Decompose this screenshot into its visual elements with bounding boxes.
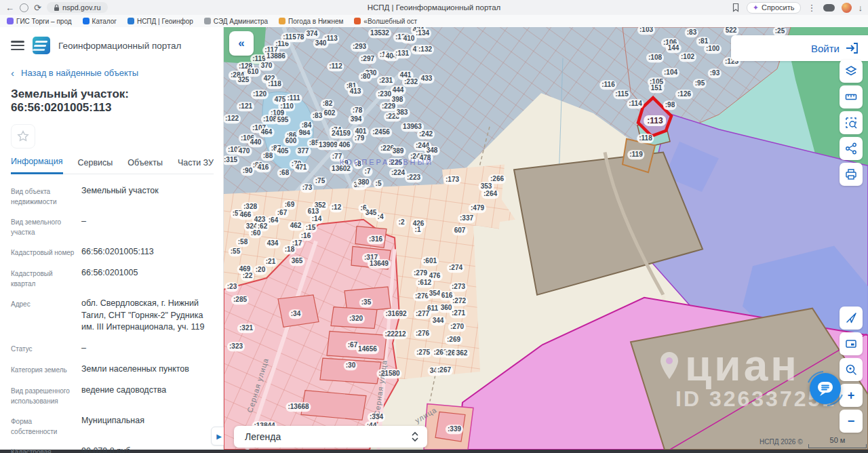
parcel-label[interactable]: :100 [704,44,722,54]
bookmark-icon[interactable] [732,3,740,12]
parcel-label[interactable]: 405 [275,146,291,156]
bookmark-item[interactable]: ГИС Торги – прод [7,18,72,25]
panel-tab[interactable]: Объекты [127,158,163,174]
parcel-label[interactable]: 394 [349,115,364,124]
parcel-label[interactable]: :173 [443,175,461,184]
parcel-label[interactable]: :84 [300,121,313,130]
map-canvas[interactable]: :116:117:11913886:128370610:284325422:11… [224,27,868,450]
parcel-label[interactable]: :103 [637,27,655,35]
parcel-label[interactable]: 433 [419,74,435,83]
panel-tab[interactable]: Части ЗУ [178,158,214,174]
parcel-label[interactable]: 374 [304,29,320,39]
bookmark-item[interactable]: «Волшебный ост [354,18,417,25]
measure-button[interactable] [840,85,863,109]
parcel-label[interactable]: :285 [231,295,249,304]
parcel-label[interactable]: :14 [310,214,323,224]
parcel-label[interactable]: :315 [224,155,239,165]
parcel-label[interactable]: :121 [237,102,254,111]
parcel-label[interactable]: :297 [359,54,376,64]
parcel-label[interactable]: 595 [275,115,291,125]
parcel-label[interactable]: :1 [413,225,423,235]
parcel-label[interactable]: :270 [448,322,466,332]
parcel-label[interactable]: :122 [224,114,241,123]
parcel-label[interactable]: :274 [447,263,465,273]
bookmark-item[interactable]: НСПД | Геоинфор [127,18,193,25]
parcel-label[interactable]: :75 [313,176,327,186]
parcel-label[interactable]: :31692 [383,309,408,319]
parcel-label[interactable]: 14656 [356,344,379,354]
download-icon[interactable]: ↓ [859,3,863,12]
parcel-label[interactable]: :112 [327,62,344,71]
parcel-label[interactable]: :132 [416,45,434,54]
login-bar[interactable]: Войти [731,35,868,61]
kebab-menu-icon[interactable]: ⋮ [808,3,816,13]
bookmark-item[interactable]: Каталог [83,18,117,25]
parcel-label[interactable]: 377 [296,146,311,156]
parcel-label[interactable]: :232 [402,77,420,87]
parcel-label[interactable]: :67 [275,208,289,218]
parcel-label[interactable]: :18 [283,245,296,254]
parcel-label[interactable]: :337 [458,214,475,223]
parcel-label[interactable]: 362 [454,349,470,358]
parcel-label[interactable]: :316 [367,235,384,244]
parcel-label[interactable]: :73 [300,183,314,193]
parcel-label[interactable]: :79 [353,134,366,143]
panel-tab[interactable]: Информация [11,157,63,174]
parcel-label[interactable]: 13649 [368,259,391,269]
share-button[interactable] [840,137,863,160]
selected-parcel-label[interactable]: :113 [644,115,666,126]
parcel-label[interactable]: 325 [236,75,252,85]
parcel-label[interactable]: :120 [251,90,269,99]
parcel-label[interactable]: :224 [389,168,407,178]
parcel-label[interactable]: 462 [288,221,304,231]
parcel-label[interactable]: 466 [238,210,254,220]
parcel-label[interactable]: 471 [294,163,309,172]
parcel-label[interactable]: :277 [414,309,431,319]
parcel-label[interactable]: 380 [356,178,372,187]
address-bar[interactable]: nspd.gov.ru [47,2,108,13]
collapse-panel-button[interactable]: « [229,31,254,56]
zoom-out-button[interactable]: − [840,410,863,433]
parcel-label[interactable]: :55 [229,247,242,256]
avatar[interactable] [842,3,852,13]
parcel-label[interactable]: :601 [421,256,439,266]
parcel-label[interactable]: 470 [237,146,252,156]
parcel-label[interactable]: :95 [693,79,707,88]
parcel-label[interactable]: :78 [351,106,364,115]
parcel-label[interactable]: :22 [241,271,254,281]
parcel-label[interactable]: :13668 [285,402,311,412]
ask-button[interactable]: ✦Спросить [747,2,801,14]
parcel-label[interactable]: :23 [225,282,239,292]
parcel-label[interactable]: :22212 [382,330,408,339]
parcel-label[interactable]: :80 [359,72,372,81]
parcel-label[interactable]: :273 [450,282,467,292]
parcel-label[interactable]: :126 [675,90,693,99]
parcel-label[interactable]: 383 [395,108,410,117]
parcel-label[interactable]: :93 [708,68,722,78]
parcel-label[interactable]: :269 [445,335,462,344]
parcel-label[interactable]: :34 [289,309,302,319]
parcel-label[interactable]: 389 [391,146,406,156]
parcel-label[interactable]: :116 [599,80,616,90]
parcel-label[interactable]: :115 [613,90,630,99]
legend-bar[interactable]: Легенда [234,426,427,448]
parcel-label[interactable]: 144 [666,43,682,53]
layers-button[interactable] [840,60,863,83]
parcel-label[interactable]: 600 [283,136,299,146]
parcel-label[interactable]: :267 [435,366,453,375]
parcel-label[interactable]: 522 [724,27,739,35]
parcel-label[interactable]: 24159 [330,129,353,138]
parcel-label[interactable]: :119 [627,150,644,159]
parcel-label[interactable]: :2 [397,218,407,227]
parcel-label[interactable]: :35 [359,298,373,307]
screenshot-button[interactable] [840,332,863,355]
back-to-results-link[interactable]: ‹ Назад в найденные объекты [11,68,223,78]
parcel-label[interactable]: 13886 [264,52,288,61]
parcel-label[interactable]: :4 [376,212,386,222]
my-location-button[interactable] [840,307,863,330]
hamburger-menu-icon[interactable] [11,41,24,50]
parcel-label[interactable]: :321 [237,323,255,333]
parcel-label[interactable]: :118 [637,134,654,143]
parcel-label[interactable]: :60 [249,229,262,238]
parcel-label[interactable]: :5 [374,179,384,189]
